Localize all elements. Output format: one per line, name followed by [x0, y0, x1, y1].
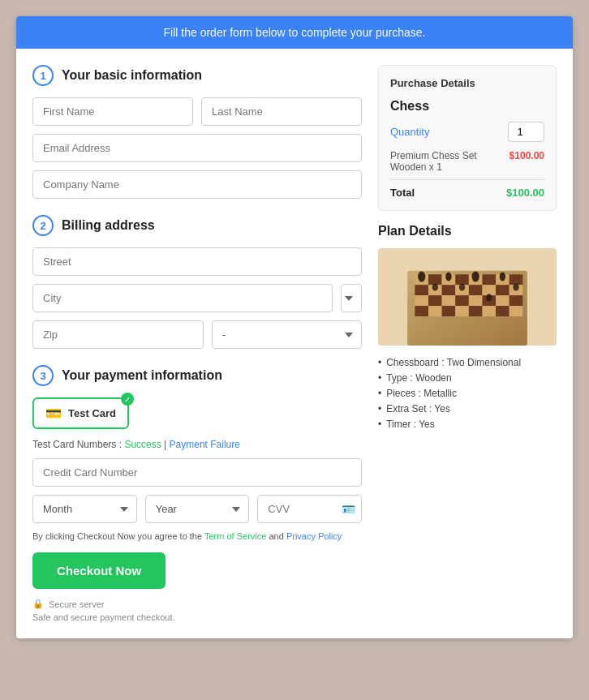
svg-rect-17 [415, 295, 428, 306]
svg-point-40 [513, 283, 518, 290]
svg-point-34 [445, 273, 451, 281]
svg-rect-29 [469, 306, 483, 316]
section2-number: 2 [32, 215, 54, 236]
success-link[interactable]: Success [124, 439, 161, 450]
lock-icon: 🔒 [32, 599, 44, 609]
country-select[interactable]: Country [341, 284, 362, 312]
svg-point-36 [500, 273, 505, 281]
payment-card-option[interactable]: 💳 Test Card ✓ [32, 397, 129, 429]
svg-rect-2 [428, 274, 442, 285]
email-input[interactable] [32, 134, 362, 162]
section3-title: 3 Your payment information [32, 365, 362, 386]
plan-feature-item: Chessboard : Two Dimensional [378, 357, 557, 368]
svg-point-38 [459, 283, 465, 290]
total-price: $100.00 [506, 187, 544, 199]
left-panel: 1 Your basic information 2 Billing addre… [32, 65, 378, 622]
section1-number: 1 [32, 65, 54, 86]
svg-rect-11 [442, 285, 456, 295]
svg-rect-18 [428, 295, 442, 306]
right-panel: Purchase Details Chess Quantity Premium … [378, 65, 557, 622]
zip-state-row: - [32, 320, 362, 349]
svg-point-37 [432, 283, 438, 290]
secure-desc: Safe and secure payment checkout. [32, 612, 362, 622]
section2-label: Billing address [62, 218, 155, 233]
quantity-row: Quantity [390, 122, 544, 142]
company-row [32, 170, 362, 199]
svg-point-35 [472, 272, 479, 282]
city-input[interactable] [32, 284, 333, 312]
card-icon: 💳 [45, 406, 62, 421]
year-select[interactable]: Year [145, 495, 250, 523]
street-input[interactable] [32, 247, 362, 276]
secure-label: Secure server [49, 599, 104, 609]
section2-title: 2 Billing address [32, 215, 362, 236]
svg-rect-24 [509, 295, 523, 306]
svg-rect-25 [415, 306, 428, 316]
name-row [32, 97, 362, 126]
cvv-card-icon: 🪪 [342, 503, 355, 516]
test-card-note: Test Card Numbers : Success | Payment Fa… [32, 439, 362, 450]
svg-rect-20 [455, 295, 469, 306]
product-name: Chess [390, 99, 544, 114]
plan-features: Chessboard : Two DimensionalType : Woode… [378, 357, 557, 430]
top-banner: Fill the order form below to complete yo… [16, 16, 573, 49]
terms-middle: and [269, 531, 286, 541]
svg-rect-31 [496, 306, 509, 316]
svg-rect-23 [496, 295, 509, 306]
terms-prefix: By clicking Checkout Now you agree to th… [32, 531, 204, 541]
product-price: $100.00 [509, 150, 544, 173]
plan-feature-item: Timer : Yes [378, 419, 557, 430]
svg-rect-26 [428, 306, 442, 316]
privacy-link[interactable]: Privacy Policy [286, 531, 342, 541]
page-wrapper: Fill the order form below to complete yo… [16, 16, 573, 638]
total-label: Total [390, 187, 415, 199]
plan-feature-item: Pieces : Metallic [378, 388, 557, 399]
plan-feature-item: Type : Wooden [378, 372, 557, 384]
svg-rect-28 [455, 306, 469, 316]
banner-text: Fill the order form below to complete yo… [164, 26, 426, 39]
quantity-label: Quantity [390, 126, 429, 138]
svg-rect-14 [482, 285, 496, 295]
plan-details: Plan Details [378, 224, 557, 430]
card-label: Test Card [68, 407, 116, 419]
tos-link[interactable]: Term of Service [204, 531, 266, 541]
month-select[interactable]: Month [32, 495, 137, 523]
svg-rect-13 [469, 285, 483, 295]
svg-point-39 [486, 294, 492, 301]
svg-rect-30 [482, 306, 496, 316]
plan-details-title: Plan Details [378, 224, 557, 238]
section3-label: Your payment information [62, 368, 222, 383]
total-row: Total $100.00 [390, 187, 544, 199]
cc-input[interactable] [32, 458, 362, 487]
failure-link[interactable]: Payment Failure [170, 439, 240, 450]
plan-feature-item: Extra Set : Yes [378, 403, 557, 414]
section1-title: 1 Your basic information [32, 65, 362, 86]
city-country-row: Country [32, 284, 362, 312]
svg-rect-32 [509, 306, 523, 316]
divider [390, 179, 544, 180]
svg-rect-8 [509, 274, 523, 285]
chess-image [378, 248, 557, 346]
svg-rect-4 [455, 274, 469, 285]
svg-rect-27 [442, 306, 456, 316]
test-note-prefix: Test Card Numbers : [32, 439, 124, 450]
section1-label: Your basic information [62, 68, 202, 83]
state-select[interactable]: - [212, 320, 362, 349]
terms-text: By clicking Checkout Now you agree to th… [32, 531, 362, 541]
svg-rect-15 [496, 285, 509, 295]
svg-rect-6 [482, 274, 496, 285]
checkout-button[interactable]: Checkout Now [32, 552, 166, 589]
company-input[interactable] [32, 170, 362, 199]
check-badge: ✓ [121, 393, 134, 406]
svg-rect-9 [415, 285, 428, 295]
product-line: Premium Chess Set Wooden x 1 $100.00 [390, 150, 544, 173]
quantity-input[interactable] [508, 122, 544, 142]
cc-row [32, 458, 362, 487]
main-content: 1 Your basic information 2 Billing addre… [16, 49, 573, 638]
zip-input[interactable] [32, 320, 204, 349]
cvv-row: Month Year 🪪 [32, 495, 362, 523]
first-name-input[interactable] [32, 97, 193, 126]
secure-info: 🔒 Secure server [32, 599, 362, 609]
chess-board-svg [378, 248, 557, 346]
last-name-input[interactable] [201, 97, 362, 126]
